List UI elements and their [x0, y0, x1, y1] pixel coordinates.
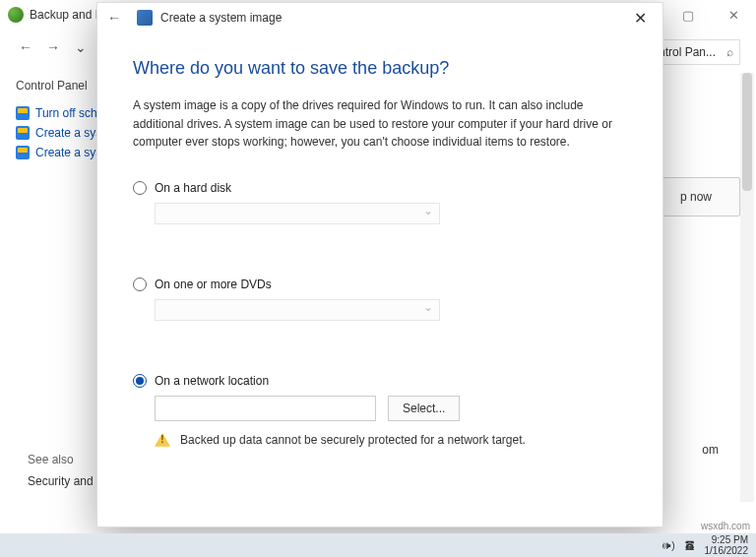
dialog-title: Create a system image — [160, 11, 282, 25]
dialog-titlebar: ← Create a system image ✕ — [97, 3, 662, 32]
network-path-input[interactable] — [155, 396, 376, 421]
shield-icon — [16, 106, 30, 120]
maximize-button[interactable]: ▢ — [665, 0, 711, 30]
taskbar[interactable]: 🕪) 🖀 9:25 PM 1/16/2022 — [0, 533, 756, 557]
watermark: wsxdh.com — [701, 521, 750, 531]
nav-dropdown-button[interactable]: ⌄ — [67, 39, 94, 55]
backup-icon — [8, 7, 24, 23]
tray-date[interactable]: 1/16/2022 — [705, 545, 749, 556]
option-dvd: On one or more DVDs — [133, 278, 627, 321]
radio-network[interactable] — [133, 374, 147, 388]
tray-volume-icon[interactable]: 🕪) — [662, 540, 674, 551]
warning-icon — [155, 433, 170, 447]
see-also-header: See also — [28, 453, 106, 466]
create-system-image-dialog: ← Create a system image ✕ Where do you w… — [96, 2, 663, 527]
disk-dropdown[interactable] — [155, 203, 440, 224]
shield-icon — [16, 126, 30, 140]
select-button[interactable]: Select... — [388, 396, 460, 421]
dialog-close-button[interactable]: ✕ — [617, 3, 662, 32]
nav-back-button[interactable]: ← — [12, 39, 39, 55]
address-search[interactable]: ntrol Pan... ⌕ — [652, 39, 740, 65]
warning-text: Backed up data cannot be securely protec… — [180, 433, 526, 447]
system-image-icon — [137, 10, 153, 26]
backup-now-button[interactable]: p now — [652, 177, 740, 217]
vertical-scrollbar[interactable] — [740, 73, 754, 502]
dialog-back-button[interactable]: ← — [107, 10, 121, 26]
tray-battery-icon[interactable]: 🖀 — [685, 540, 695, 551]
close-button[interactable]: ✕ — [711, 0, 756, 30]
label-network: On a network location — [155, 374, 269, 388]
see-also-link-security[interactable]: Security and M — [28, 474, 106, 488]
dialog-heading: Where do you want to save the backup? — [133, 58, 627, 79]
option-network: On a network location Select... Backed u… — [133, 374, 627, 447]
address-text: ntrol Pan... — [659, 45, 716, 59]
tray-time[interactable]: 9:25 PM — [705, 534, 749, 545]
label-hard-disk: On a hard disk — [155, 181, 231, 195]
dialog-description: A system image is a copy of the drives r… — [133, 96, 627, 152]
scroll-thumb[interactable] — [742, 73, 752, 191]
shield-icon — [16, 146, 30, 159]
radio-dvd[interactable] — [133, 278, 147, 291]
search-icon: ⌕ — [726, 45, 733, 59]
radio-hard-disk[interactable] — [133, 181, 147, 195]
dvd-dropdown[interactable] — [155, 299, 440, 321]
label-dvd: On one or more DVDs — [155, 278, 272, 291]
nav-forward-button[interactable]: → — [39, 39, 67, 55]
option-hard-disk: On a hard disk — [133, 181, 627, 224]
partial-text: om — [702, 443, 719, 457]
